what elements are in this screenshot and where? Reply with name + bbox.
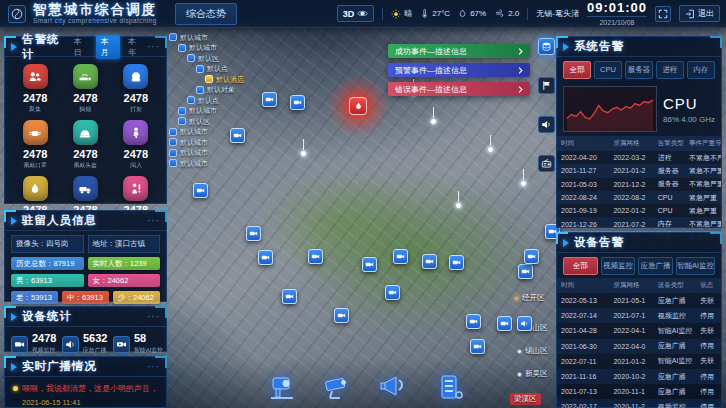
map-tree-item[interactable]: 默认城市 — [178, 44, 244, 52]
table-row[interactable]: 2021-09-192022-01-2CPU紧急严重 — [557, 204, 721, 217]
event-toast-error[interactable]: 错误事件—描述信息 — [388, 82, 530, 96]
district-label[interactable]: 新吴区 — [517, 369, 548, 379]
camera-marker[interactable] — [385, 285, 400, 300]
system-alarm-tab-4[interactable]: 内存 — [687, 61, 715, 79]
table-row[interactable]: 2021-11-272021-01-2服务器紧急不严重 — [557, 164, 721, 177]
broadcast-title: 实时广播情况 — [22, 359, 97, 374]
alarm-stat-tile: 2478打架 — [112, 62, 160, 116]
camera-marker[interactable] — [193, 183, 208, 198]
camera-marker[interactable] — [334, 308, 349, 323]
flag-toggle-button[interactable] — [538, 77, 555, 94]
alert-marker[interactable] — [349, 97, 367, 115]
event-toast-success[interactable]: 成功事件—描述信息 — [388, 44, 530, 58]
map-tree-item[interactable]: 默认酒店 — [205, 75, 244, 83]
table-row[interactable]: 2022-07-112021-01-2智能AI监控失联 — [557, 354, 721, 369]
map-tree-item[interactable]: 默认城市 — [169, 33, 244, 41]
camera-marker[interactable] — [518, 264, 533, 279]
device-alarm-tab-0[interactable]: 全部 — [563, 257, 598, 275]
table-row[interactable]: 2022-05-132021-05-1应急广播失联 — [557, 293, 721, 308]
camera-marker[interactable] — [497, 316, 512, 331]
poi-marker[interactable] — [455, 202, 462, 209]
server-button[interactable] — [430, 370, 468, 404]
district-label[interactable]: 梁溪区 — [510, 393, 541, 405]
cctv-camera-button[interactable] — [318, 370, 356, 404]
device-alarm-tab-2[interactable]: 应急广播 — [638, 257, 673, 275]
panel-arrow-icon — [11, 217, 17, 225]
alarm-stats-tab-0[interactable]: 本日 — [69, 35, 93, 59]
camera-marker[interactable] — [230, 128, 245, 143]
map-tree-item[interactable]: 默认区 — [187, 54, 244, 62]
table-header-cell: 状态 — [696, 278, 721, 293]
alarm-stats-more-button[interactable]: ··· — [147, 41, 160, 52]
table-row[interactable]: 2022-02-172020-11-2视频监控停用 — [557, 399, 721, 408]
camera-marker[interactable] — [308, 249, 323, 264]
district-label[interactable]: 经开区 — [514, 293, 545, 303]
megaphone-button[interactable] — [374, 370, 412, 404]
map-tree-item[interactable]: 默认区 — [178, 117, 244, 125]
map-tree-item[interactable]: 默认点 — [187, 96, 244, 104]
table-row[interactable]: 2021-04-282022-04-1智能AI监控失联 — [557, 323, 721, 338]
tree-node-label: 默认区 — [189, 118, 210, 125]
table-row[interactable]: 2021-06-302022-04-0应急广播停用 — [557, 339, 721, 354]
speaker-marker[interactable] — [517, 316, 532, 331]
table-cell: 2021-04-28 — [557, 323, 609, 338]
camera-marker[interactable] — [246, 226, 261, 241]
camera-marker[interactable] — [524, 249, 539, 264]
district-label[interactable]: 锡山区 — [517, 346, 548, 356]
table-cell: 停用 — [696, 339, 721, 354]
map-tree-item[interactable]: 默认城市 — [169, 149, 244, 157]
3d-mode-toggle[interactable]: 3D — [337, 5, 375, 22]
table-cell: 2022-04-20 — [557, 151, 609, 164]
table-row[interactable]: 2021-07-132020-11-1应急广播停用 — [557, 384, 721, 399]
personnel-more-button[interactable]: ··· — [147, 215, 160, 226]
event-toast-warning[interactable]: 预警事件—描述信息 — [388, 63, 530, 77]
system-alarm-tab-0[interactable]: 全部 — [563, 61, 591, 79]
system-alarm-tab-2[interactable]: 服务器 — [625, 61, 653, 79]
alarm-stats-tab-1[interactable]: 本月 — [96, 35, 120, 59]
truck-icon — [73, 176, 98, 201]
fullscreen-button[interactable] — [655, 6, 671, 22]
table-row[interactable]: 2022-08-242022-08-2CPU紧急严重 — [557, 191, 721, 204]
tree-node-icon — [196, 86, 204, 94]
camera-marker[interactable] — [466, 314, 481, 329]
system-alarm-tab-1[interactable]: CPU — [594, 61, 622, 79]
table-row[interactable]: 2022-04-202022-03-2进程不紧急不严重 — [557, 151, 721, 164]
ptz-camera-button[interactable] — [262, 370, 300, 404]
table-header-cell: 事件严重等级 — [685, 136, 721, 151]
logout-button[interactable]: 退出 — [679, 5, 720, 22]
camera-marker[interactable] — [290, 95, 305, 110]
camera-marker[interactable] — [393, 249, 408, 264]
camera-marker[interactable] — [362, 257, 377, 272]
device-alarm-tab-3[interactable]: 智能AI监控 — [676, 257, 715, 275]
broadcast-more-button[interactable]: ··· — [147, 361, 160, 372]
poi-marker[interactable] — [430, 118, 437, 125]
map-tree-item[interactable]: 默认对象 — [196, 86, 244, 94]
poi-marker[interactable] — [487, 146, 494, 153]
layers-toggle-button[interactable] — [538, 38, 555, 55]
table-row[interactable]: 2021-11-162020-10-2应急广播停用 — [557, 369, 721, 384]
alarm-stats-tab-2[interactable]: 本年 — [123, 35, 147, 59]
device-alarm-tab-1[interactable]: 视频监控 — [601, 257, 636, 275]
table-row[interactable]: 2021-05-032021-12-2服务器不紧急严重 — [557, 178, 721, 191]
tab-overview[interactable]: 综合态势 — [175, 3, 237, 25]
camera-marker[interactable] — [258, 250, 273, 265]
camera-marker[interactable] — [449, 255, 464, 270]
map-tree-item[interactable]: 默认城市 — [169, 159, 244, 167]
map-tree-item[interactable]: 默认点 — [196, 65, 244, 73]
poi-marker[interactable] — [520, 180, 527, 187]
alarm-stat-value: 2478 — [11, 92, 59, 104]
table-row[interactable]: 2022-07-142021-07-1视频监控停用 — [557, 308, 721, 323]
camera-marker[interactable] — [282, 289, 297, 304]
device-stats-more-button[interactable]: ··· — [147, 311, 160, 322]
table-row[interactable]: 2021-12-262021-07-2内存不紧急严重 — [557, 217, 721, 230]
system-alarm-tab-3[interactable]: 进程 — [656, 61, 684, 79]
camera-marker[interactable] — [422, 254, 437, 269]
radio-toggle-button[interactable] — [538, 155, 555, 172]
camera-marker[interactable] — [470, 339, 485, 354]
map-tree-item[interactable]: 默认城市 — [178, 107, 244, 115]
poi-marker[interactable] — [300, 150, 307, 157]
speaker-toggle-button[interactable] — [538, 116, 555, 133]
speaker-icon — [62, 336, 79, 353]
camera-marker[interactable] — [262, 92, 277, 107]
tree-node-label: 默认点 — [198, 97, 219, 104]
